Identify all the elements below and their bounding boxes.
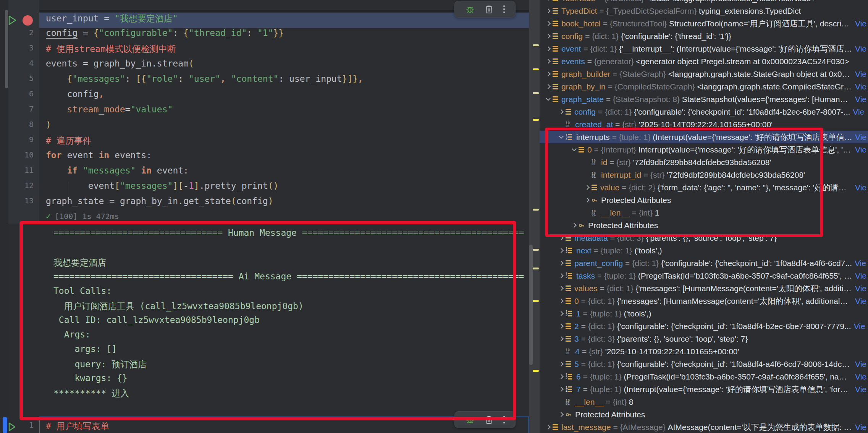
chevron-right-icon[interactable] (559, 248, 564, 253)
chevron-right-icon[interactable] (559, 286, 564, 291)
variable-row[interactable]: 0 = {Interrupt} Interrupt(value={'messag… (540, 143, 868, 156)
chevron-right-icon[interactable] (546, 59, 551, 64)
chevron-right-icon[interactable] (559, 336, 564, 341)
chevron-right-icon[interactable] (559, 324, 564, 329)
variable-row[interactable]: events = {generator} <generator object P… (540, 55, 868, 68)
chevron-right-icon[interactable] (572, 223, 577, 228)
chevron-right-icon[interactable] (546, 8, 551, 13)
chevron-right-icon[interactable] (559, 261, 564, 266)
variable-row[interactable]: last_message = {AIMessage} AIMessage(con… (540, 421, 868, 433)
variable-row[interactable]: 5 = {dict: 1} {'configurable': {'checkpo… (540, 358, 868, 370)
variable-row[interactable]: 10014 = {str} '2025-10-14T09:22:24.10165… (540, 345, 868, 358)
chevron-right-icon[interactable] (546, 71, 551, 76)
code-line[interactable]: if "messages" in event: (39, 165, 535, 181)
view-link[interactable]: Vie (855, 183, 866, 192)
mini-scrollbar-thumb[interactable] (5, 10, 8, 88)
chevron-down-icon[interactable] (559, 134, 564, 139)
variable-row[interactable]: 2 = {dict: 1} {'configurable': {'checkpo… (540, 320, 868, 332)
chevron-right-icon[interactable] (546, 425, 551, 430)
chevron-right-icon[interactable] (546, 21, 551, 26)
variable-row[interactable]: 12interrupts = {tuple: 1} (Interrupt(val… (540, 131, 868, 143)
view-link[interactable]: Vie (855, 19, 866, 28)
variable-row[interactable]: 1001interrupt_id = {str} '72fd9dbf289bb8… (540, 169, 868, 181)
debug-icon[interactable] (465, 415, 475, 425)
variable-row[interactable]: event = {dict: 1} {'__interrupt__': (Int… (540, 42, 868, 55)
chevron-right-icon[interactable] (585, 185, 590, 190)
view-link[interactable]: Vie (855, 372, 866, 381)
trash-icon[interactable] (485, 5, 493, 14)
code-line[interactable]: config = {"configurable": {"thread_id": … (39, 28, 535, 43)
variable-row[interactable]: graph_by_in = {CompiledStateGraph} <lang… (540, 80, 868, 93)
variable-row[interactable]: 1001__len__ = {int} 8 (540, 396, 868, 408)
run-cell-icon[interactable] (8, 15, 17, 26)
view-link[interactable]: Vie (855, 259, 866, 268)
chevron-right-icon[interactable] (546, 34, 551, 39)
debug-icon[interactable] (465, 4, 475, 14)
variable-row[interactable]: 12tasks = {tuple: 1} (PregelTask(id='b10… (540, 269, 868, 282)
view-link[interactable]: Vie (855, 82, 866, 91)
code-line[interactable]: events = graph_by_in.stream( (39, 58, 535, 74)
variable-row[interactable]: Protected Attributes (540, 408, 868, 421)
view-link[interactable]: Vie (855, 297, 866, 306)
variable-row[interactable]: metadata = {dict: 3} {'parents': {}, 'so… (540, 232, 868, 244)
more-options-icon[interactable] (503, 5, 505, 13)
variable-row[interactable]: value = {dict: 2} {'form_data': {'age': … (540, 181, 868, 194)
variable-row[interactable]: config = {dict: 1} {'configurable': {'ch… (540, 105, 868, 118)
view-link[interactable]: Vie (855, 423, 866, 432)
variable-row[interactable]: parent_config = {dict: 1} {'configurable… (540, 257, 868, 269)
view-link[interactable]: Vie (855, 271, 866, 281)
code-line[interactable]: # 遍历事件 (39, 135, 535, 150)
chevron-right-icon[interactable] (546, 84, 551, 89)
chevron-right-icon[interactable] (559, 374, 564, 379)
chevron-down-icon[interactable] (546, 96, 551, 101)
view-link[interactable]: Vie (855, 44, 866, 54)
variable-row[interactable]: 3 = {dict: 3} {'parents': {}, 'source': … (540, 332, 868, 345)
chevron-right-icon[interactable] (559, 311, 564, 316)
variable-row[interactable]: 121 = {tuple: 1} ('tools',) (540, 307, 868, 320)
code-line[interactable]: for event in events: (39, 150, 535, 165)
variable-row[interactable]: 0 = {dict: 1} {'messages': [HumanMessage… (540, 295, 868, 307)
view-link[interactable]: Vie (855, 284, 866, 293)
variable-row[interactable]: graph_builder = {StateGraph} <langgraph.… (540, 68, 868, 80)
code-line[interactable]: config, (39, 89, 535, 104)
chevron-right-icon[interactable] (585, 198, 590, 203)
code-line[interactable]: ) (39, 120, 535, 135)
variable-row[interactable]: 1001id = {str} '72fd9dbf289bb84dcfdebc93… (540, 156, 868, 169)
variable-row[interactable]: 127 = {tuple: 1} (Interrupt(value={'mess… (540, 383, 868, 396)
chevron-right-icon[interactable] (559, 362, 564, 367)
variable-row[interactable]: 1001created_at = {str} '2025-10-14T09:22… (540, 118, 868, 131)
code-line[interactable]: {"messages": [{"role": "user", "content"… (39, 74, 535, 89)
chevron-right-icon[interactable] (559, 109, 564, 114)
chevron-right-icon[interactable] (559, 298, 564, 303)
code-line[interactable]: # 用户填写表单 (46, 420, 109, 433)
chevron-right-icon[interactable] (546, 46, 551, 51)
view-link[interactable]: Vie (854, 322, 865, 331)
variable-row[interactable]: 1001__len__ = {int} 1 (540, 206, 868, 219)
view-link[interactable]: Vie (853, 107, 864, 117)
variable-row[interactable]: values = {dict: 1} {'messages': [HumanMe… (540, 282, 868, 295)
chevron-down-icon[interactable] (572, 146, 577, 151)
variable-row[interactable]: ToolNode = {ABCMeta} <class 'langgraph.p… (540, 0, 868, 5)
chevron-right-icon[interactable] (559, 273, 564, 278)
code-line[interactable]: stream_mode="values" (39, 104, 535, 120)
code-line[interactable]: # 使用stream模式以便检测中断 (39, 43, 535, 58)
chevron-right-icon[interactable] (559, 387, 564, 392)
trash-icon[interactable] (485, 415, 493, 425)
code-line[interactable]: graph_state = graph_by_in.get_state(conf… (39, 196, 535, 211)
view-link[interactable]: Vie (855, 95, 866, 104)
view-link[interactable]: Vie (855, 70, 866, 79)
variable-row[interactable]: book_hotel = {StructuredTool} Structured… (540, 17, 868, 30)
variable-row[interactable]: TypedDict = {_TypedDictSpecialForm} typi… (540, 5, 868, 17)
variable-row[interactable]: Protected Attributes (540, 194, 868, 206)
more-options-icon[interactable] (503, 416, 505, 423)
code-line[interactable]: event["messages"][-1].pretty_print() (39, 181, 535, 196)
view-link[interactable]: Vie (855, 133, 866, 142)
scrollbar-thumb[interactable] (529, 245, 533, 365)
variable-row[interactable]: Protected Attributes (540, 219, 868, 232)
chevron-right-icon[interactable] (559, 235, 564, 240)
view-link[interactable]: Vie (855, 145, 866, 154)
chevron-right-icon[interactable] (546, 0, 551, 1)
variable-row[interactable]: graph_state = {StateSnapshot: 8} StateSn… (540, 93, 868, 105)
breakpoint-icon[interactable] (23, 15, 33, 26)
chevron-right-icon[interactable] (559, 412, 564, 417)
